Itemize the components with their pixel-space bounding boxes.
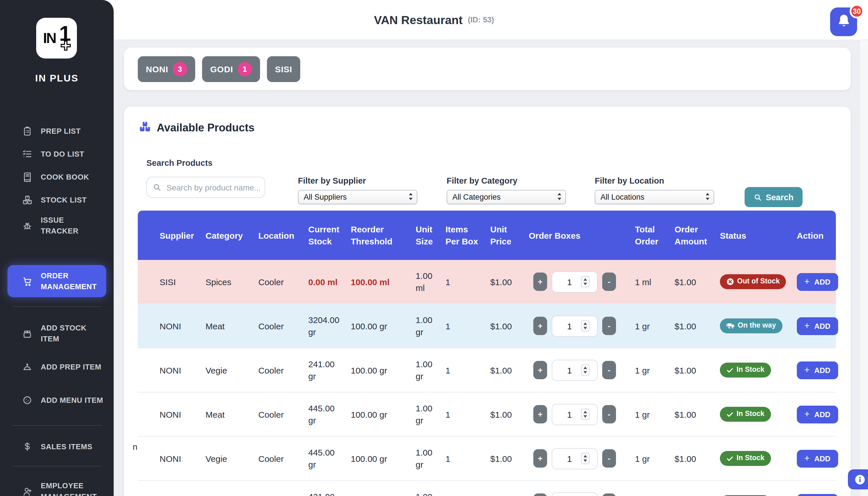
supplier-chip-godi[interactable]: GODI1 xyxy=(202,56,260,82)
supplier-cell: NONI xyxy=(138,348,201,392)
sidebar-item-sales-items[interactable]: SALES ITEMS xyxy=(0,435,114,458)
status-cell: In Stock xyxy=(715,481,792,496)
qty-spinner[interactable] xyxy=(581,320,590,331)
decrease-qty-button[interactable]: - xyxy=(602,361,616,379)
order-qty-input[interactable] xyxy=(560,453,579,464)
increase-qty-button[interactable]: + xyxy=(533,273,547,291)
order-boxes-cell: +- xyxy=(524,348,630,392)
page-header: VAN Restaurant (ID: 53) xyxy=(0,0,868,40)
current-stock-cell: 431.00 gr xyxy=(304,481,346,496)
sidebar-item-to-do-list[interactable]: TO DO LIST xyxy=(0,142,114,165)
items-per-box-cell: 1 xyxy=(441,304,486,348)
sidebar-item-add-menu-item[interactable]: ADD MENU ITEM xyxy=(0,386,114,414)
check-icon xyxy=(726,410,734,418)
order-boxes-cell: +- xyxy=(524,481,630,496)
unit-price-cell: $1.00 xyxy=(486,481,524,496)
status-label: In Stock xyxy=(736,409,764,419)
unit-price-cell: $1.00 xyxy=(486,304,524,348)
sidebar-item-label: ADD STOCK ITEM xyxy=(41,323,104,344)
supplier-cell: NONI xyxy=(138,481,201,496)
location-filter-select[interactable]: All Locations xyxy=(595,190,714,204)
status-label: On the way xyxy=(738,321,776,331)
increase-qty-button[interactable]: + xyxy=(533,493,547,496)
unit-size-cell: 1.00 ml xyxy=(411,260,441,304)
table-row: NONIMeatCooler3204.00 gr100.00 gr1.00 gr… xyxy=(138,304,836,348)
decrease-qty-button[interactable]: - xyxy=(602,273,616,291)
order-qty-input[interactable] xyxy=(560,409,579,420)
add-button[interactable]: +ADD xyxy=(797,317,838,335)
supplier-cell: NONI xyxy=(138,392,201,436)
sidebar-item-issue-tracker[interactable]: ISSUE TRACKER xyxy=(0,211,114,240)
scrollbar[interactable] xyxy=(859,40,868,496)
increase-qty-button[interactable]: + xyxy=(533,449,547,468)
add-button[interactable]: +ADD xyxy=(797,494,838,496)
qty-spinner[interactable] xyxy=(581,276,590,288)
sidebar-item-label: EMPLOYEE MANAGEMENT xyxy=(41,480,104,496)
search-button[interactable]: Search xyxy=(745,187,803,207)
supplier-chip-label: GODI xyxy=(210,64,233,74)
select-arrows-icon xyxy=(705,192,710,202)
decrease-qty-button[interactable]: - xyxy=(602,449,616,468)
sidebar-item-add-prep-item[interactable]: ADD PREP ITEM xyxy=(0,352,114,381)
column-header-reorder-threshold: Reorder Threshold xyxy=(346,211,411,260)
category-cell: Vegie xyxy=(201,436,254,481)
sidebar-item-label: ISSUE TRACKER xyxy=(41,215,104,236)
decrease-qty-button[interactable]: - xyxy=(602,405,616,423)
cart-icon xyxy=(22,276,32,286)
add-button[interactable]: +ADD xyxy=(797,273,838,291)
supplier-filter-select[interactable]: All Suppliers xyxy=(298,190,417,204)
product-search-input[interactable] xyxy=(165,182,265,192)
unit-size-cell: 1.00 gr xyxy=(411,481,441,496)
status-badge-on-the-way: On the way xyxy=(720,319,782,334)
qty-spinner[interactable] xyxy=(581,453,590,464)
x-circle-icon xyxy=(726,278,734,286)
status-cell: In Stock xyxy=(715,392,792,436)
location-cell: Cooler xyxy=(254,348,304,392)
order-qty-input[interactable] xyxy=(560,276,579,287)
status-badge-out-of-stock: Out of Stock xyxy=(720,274,786,289)
add-button[interactable]: +ADD xyxy=(797,405,838,423)
sidebar-item-cook-book[interactable]: COOK BOOK xyxy=(0,165,114,188)
products-table-wrap: SupplierCategoryLocationCurrent StockReo… xyxy=(138,211,836,496)
supplier-chip-noni[interactable]: NONI3 xyxy=(138,56,195,82)
supplier-chip-badge: 1 xyxy=(238,62,252,76)
sidebar-item-label: PREP LIST xyxy=(41,125,104,136)
add-button[interactable]: +ADD xyxy=(797,361,838,379)
sidebar-item-stock-list[interactable]: STOCK LIST xyxy=(0,188,114,211)
increase-qty-button[interactable]: + xyxy=(533,405,547,423)
unit-price-cell: $1.00 xyxy=(486,436,524,481)
box-icon xyxy=(22,328,32,338)
decrease-qty-button[interactable]: - xyxy=(602,317,616,335)
sidebar-item-order-management[interactable]: ORDER MANAGEMENT xyxy=(7,265,106,297)
order-qty-field xyxy=(552,448,598,469)
location-filter-value: All Locations xyxy=(600,193,644,201)
increase-qty-button[interactable]: + xyxy=(533,361,547,379)
plus-icon: + xyxy=(804,321,810,330)
status-label: Out of Stock xyxy=(737,277,780,287)
order-qty-input[interactable] xyxy=(560,321,579,331)
info-button[interactable] xyxy=(848,469,868,490)
column-header-category: Category xyxy=(201,211,254,260)
current-stock-cell: 241.00 gr xyxy=(304,348,346,392)
supplier-chip-sisi[interactable]: SISI xyxy=(267,56,300,82)
unit-size-cell: 1.00 gr xyxy=(411,304,441,348)
increase-qty-button[interactable]: + xyxy=(533,317,547,335)
column-header-order-boxes: Order Boxes xyxy=(524,211,630,260)
qty-spinner[interactable] xyxy=(581,408,590,420)
search-box xyxy=(147,177,265,198)
plus-icon: + xyxy=(804,410,810,419)
decrease-qty-button[interactable]: - xyxy=(602,493,616,496)
column-header-location: Location xyxy=(254,211,304,260)
sidebar-item-prep-list[interactable]: PREP LIST xyxy=(0,119,114,142)
sidebar-item-label: SALES ITEMS xyxy=(41,441,104,452)
sidebar-item-add-stock-item[interactable]: ADD STOCK ITEM xyxy=(0,319,114,348)
category-filter-select[interactable]: All Categories xyxy=(447,190,566,204)
sidebar-menu: PREP LISTTO DO LISTCOOK BOOKSTOCK LISTIS… xyxy=(0,119,114,496)
sidebar-item-employee-management[interactable]: EMPLOYEE MANAGEMENT xyxy=(0,477,114,496)
products-card: Available Products Search Products Filte… xyxy=(124,107,851,496)
qty-spinner[interactable] xyxy=(581,364,590,376)
order-qty-input[interactable] xyxy=(560,365,579,375)
add-button[interactable]: +ADD xyxy=(797,450,838,467)
notifications-button[interactable]: 30 xyxy=(830,7,857,36)
total-order-cell: 1 gr xyxy=(630,392,670,436)
